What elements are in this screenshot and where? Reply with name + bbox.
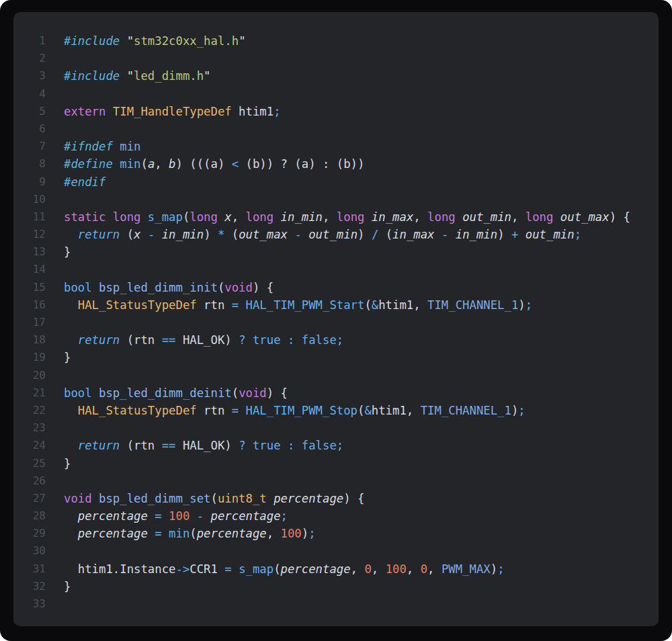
line-number: 21 [13,384,46,402]
code-line: 1#include "stm32c0xx_hal.h" [13,32,659,50]
token-kw: long [427,210,456,224]
code-text: #include "led_dimm.h" [46,67,211,85]
token-q: " [127,34,134,48]
code-text: void bsp_led_dimm_set(uint8_t percentage… [46,490,364,507]
token-op: < [232,157,239,171]
code-editor[interactable]: 1#include "stm32c0xx_hal.h"23#include "l… [13,12,659,626]
token-op: ; [337,439,343,452]
code-line: 21bool bsp_led_dimm_deinit(void) { [13,384,659,402]
line-number: 25 [13,455,46,472]
code-text: } [46,349,71,366]
line-number: 30 [13,542,46,560]
token-txt: ) (((a) [176,157,232,171]
code-text: htim1.Instance->CCR1 = s_map(percentage,… [46,560,505,578]
token-txt [64,333,78,347]
code-line: 23 [13,419,659,437]
code-text: #ifndef min [46,138,140,155]
token-txt: ) [302,527,308,540]
line-number: 8 [13,155,46,173]
token-pp: #include [64,69,120,83]
token-op: * [218,228,224,241]
token-type: HAL_StatusTypeDef [78,404,197,417]
line-number: 1 [13,32,46,50]
token-txt: ( [211,492,218,505]
token-txt [162,509,169,523]
token-txt [518,228,525,241]
token-txt: ( [364,298,371,312]
token-txt: ( [183,210,190,224]
line-number: 29 [13,525,46,542]
token-txt: ) [518,298,525,312]
token-fn: HAL_TIM_PWM_Stop [246,404,358,417]
token-txt: , [232,210,246,224]
token-op: = [224,562,231,576]
token-kwb: bool [64,386,92,400]
code-line: 24 return (rtn == HAL_OK) ? true : false… [13,437,659,454]
token-num: 100 [169,509,190,523]
token-fn: s_map [148,210,183,224]
token-op: = [232,404,239,417]
code-text: HAL_StatusTypeDef rtn = HAL_TIM_PWM_Star… [46,296,532,314]
token-kwb: true [253,439,281,452]
token-op: ? [239,333,245,347]
token-txt [162,527,169,540]
token-txt: rtn [197,404,232,417]
token-txt [113,157,120,171]
code-line: 17 [13,314,659,331]
token-kw: long [337,210,365,224]
token-txt: , [267,527,281,540]
code-line: 14 [13,261,659,278]
code-text [46,542,64,560]
code-text [46,367,64,384]
token-kwb: bool [64,281,92,294]
token-txt: } [64,245,71,259]
token-txt [155,228,161,241]
token-op: & [372,298,378,312]
token-txt: HAL_OK) [176,439,239,452]
token-txt [553,210,560,224]
token-q: " [127,69,134,83]
token-q: " [239,34,245,48]
token-var: b [169,157,175,171]
token-txt: ) [204,228,218,241]
line-number: 9 [13,173,46,191]
code-line: 7#ifndef min [13,138,659,155]
token-var: x [134,228,140,241]
token-op: == [162,333,176,347]
token-txt: , [351,562,365,576]
token-txt [64,298,78,312]
token-txt [364,210,371,224]
token-txt [204,509,210,523]
token-fn: min [169,527,190,540]
token-txt: , [372,562,386,576]
token-txt [64,228,78,241]
token-var: x [224,210,231,224]
code-line: 6 [13,120,659,138]
token-txt: ( [120,228,134,241]
token-fn: HAL_TIM_PWM_Start [246,298,365,312]
token-const: TIM_CHANNEL_1 [421,404,511,417]
token-txt [92,492,99,505]
token-const: TIM_CHANNEL_1 [427,298,518,312]
line-number: 11 [13,208,46,226]
token-txt [64,527,78,540]
code-text: #endif [46,173,106,191]
code-text [46,472,64,490]
code-text: percentage = 100 - percentage; [46,507,288,525]
line-number: 7 [13,138,46,155]
token-var: percentage [281,562,351,576]
token-var: out_min [526,228,575,241]
code-line: 2 [13,50,659,67]
token-txt [148,527,155,540]
line-number: 10 [13,191,46,208]
line-number: 22 [13,402,46,419]
token-var: percentage [211,509,281,523]
token-var: percentage [78,509,148,523]
code-text: return (x - in_min) * (out_max - out_min… [46,226,581,243]
line-number: 28 [13,507,46,525]
token-txt [232,562,239,576]
line-number: 19 [13,349,46,366]
token-pp: #ifndef [64,140,113,153]
token-txt: ) { [610,210,630,224]
line-number: 24 [13,437,46,454]
